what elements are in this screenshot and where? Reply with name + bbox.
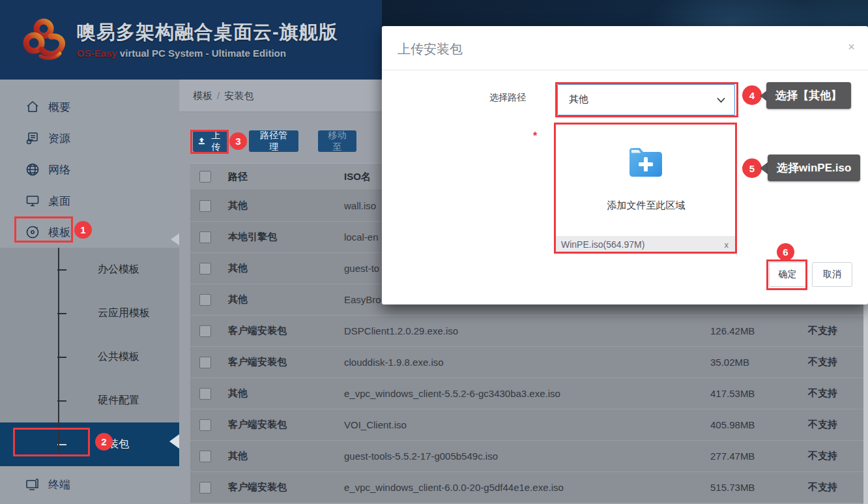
cell-iso-name: e_vpc_windows_client-5.5.2-6-gc3430ba3.e… <box>344 388 710 399</box>
sidebar-item-label: 模板 <box>48 225 70 240</box>
brand: 噢易多架构融合桌面云-旗舰版 OS-Easy virtual PC System… <box>22 17 338 61</box>
submenu-item-2[interactable]: 云应用模板 <box>0 291 179 335</box>
submenu-item-label: 硬件配置 <box>98 394 139 408</box>
sidebar: 概要资源网络桌面模板 办公模板云应用模板公共模板硬件配置安装包 终端 <box>0 80 179 504</box>
select-all-checkbox[interactable] <box>199 171 211 183</box>
row-checkbox[interactable] <box>199 482 211 494</box>
tooltip-file-text: 选择winPE.iso <box>768 155 860 181</box>
submenu-item-label: 办公模板 <box>98 263 139 276</box>
required-mark: * <box>533 130 537 142</box>
breadcrumb: 模板/安装包 <box>193 90 253 102</box>
sidebar-item-terminal[interactable]: 终端 <box>0 469 179 500</box>
submenu-item-label: 云应用模板 <box>98 306 150 320</box>
cell-path: 客户端安装包 <box>228 356 344 368</box>
close-icon[interactable]: × <box>848 40 855 53</box>
table-row: 客户端安装包DSPClient1.2.0.29.exe.iso126.42MB不… <box>190 316 864 347</box>
confirm-button[interactable]: 确定 <box>769 262 806 287</box>
path-select-label: 选择路径 <box>485 92 526 104</box>
cell-iso-name: clouddisk-1.9.8.exe.iso <box>344 357 710 368</box>
cell-size: 35.02MB <box>710 357 808 368</box>
cell-size: 515.73MB <box>710 482 808 493</box>
app-subtitle: OS-Easy virtual PC System - Ultimate Edi… <box>77 48 338 59</box>
add-folder-icon <box>628 145 664 177</box>
cell-path: 其他 <box>228 387 344 400</box>
brand-name: OS-Easy <box>77 48 117 59</box>
cell-support: 不支持 <box>808 356 864 368</box>
column-header-path: 路径 <box>228 171 344 183</box>
annotation-badge-6: 6 <box>777 243 794 261</box>
cell-iso-name: VOI_Client.iso <box>344 419 710 430</box>
cell-iso-name: e_vpc_windows_client-6.0.0-20-g5df44e1e.… <box>344 482 710 493</box>
path-select[interactable]: 其他 <box>557 84 735 115</box>
file-dropzone[interactable]: 添加文件至此区域 WinPE.iso(564.97M) x <box>556 125 736 253</box>
sidebar-item-globe[interactable]: 网络 <box>0 154 179 185</box>
sidebar-item-label: 终端 <box>48 477 70 492</box>
move-to-button[interactable]: 移动至 <box>318 130 356 152</box>
server-icon <box>25 130 40 146</box>
table-row: 其他guest-tools-5.5.2-17-g005b549c.iso277.… <box>190 441 864 472</box>
row-checkbox[interactable] <box>199 294 211 306</box>
table-row: 其他e_vpc_windows_client-5.5.2-6-gc3430ba3… <box>190 378 864 409</box>
row-checkbox[interactable] <box>199 419 211 431</box>
remove-file-icon[interactable]: x <box>725 240 729 250</box>
breadcrumb-separator: / <box>217 90 220 101</box>
sidebar-item-desktop[interactable]: 桌面 <box>0 185 179 216</box>
annotation-badge-2: 2 <box>95 433 113 451</box>
cell-path: 其他 <box>228 450 344 462</box>
breadcrumb-current: 安装包 <box>224 90 253 101</box>
row-checkbox[interactable] <box>199 451 211 462</box>
dialog-header: 上传安装包 × <box>382 26 868 70</box>
cell-iso-name: guest-tools-5.5.2-17-g005b549c.iso <box>344 451 710 462</box>
row-checkbox[interactable] <box>199 388 211 400</box>
cancel-button[interactable]: 取消 <box>812 262 852 287</box>
submenu-item-3[interactable]: 公共模板 <box>0 335 179 379</box>
cell-support: 不支持 <box>808 387 864 400</box>
tooltip-arrow-icon <box>760 162 768 174</box>
template-submenu-panel: 办公模板云应用模板公共模板硬件配置安装包 <box>0 248 179 466</box>
file-name: WinPE.iso(564.97M) <box>561 239 725 250</box>
dropzone-text: 添加文件至此区域 <box>556 200 736 212</box>
row-checkbox[interactable] <box>199 200 211 212</box>
cell-size: 126.42MB <box>710 325 808 336</box>
home-icon <box>25 99 40 115</box>
disc-icon <box>25 224 40 240</box>
app-logo-icon <box>22 17 70 61</box>
file-item: WinPE.iso(564.97M) x <box>556 236 736 253</box>
annotation-badge-3: 3 <box>229 132 247 150</box>
dialog-title: 上传安装包 <box>398 40 463 58</box>
path-manage-label: 路径管理 <box>257 130 291 153</box>
upload-button-label: 上传 <box>209 130 224 153</box>
submenu-item-1[interactable]: 办公模板 <box>0 248 179 291</box>
cell-path: 客户端安装包 <box>228 419 344 431</box>
app-title: 噢易多架构融合桌面云-旗舰版 <box>77 20 338 46</box>
active-submenu-arrow <box>169 434 179 449</box>
row-checkbox[interactable] <box>199 325 211 337</box>
table-row: 客户端安装包clouddisk-1.9.8.exe.iso35.02MB不支持 <box>190 347 864 378</box>
cell-path: 其他 <box>228 293 344 306</box>
terminal-icon <box>25 477 40 492</box>
toolbar: 上传 路径管理 移动至 <box>193 130 356 152</box>
upload-button[interactable]: 上传 <box>193 130 229 152</box>
row-checkbox[interactable] <box>199 263 211 274</box>
cell-path: 客户端安装包 <box>228 481 344 494</box>
path-select-value: 其他 <box>569 93 588 106</box>
breadcrumb-parent[interactable]: 模板 <box>193 90 212 101</box>
annotation-tooltip-file: 选择winPE.iso <box>760 155 860 181</box>
sidebar-item-server[interactable]: 资源 <box>0 123 179 154</box>
annotation-badge-5: 5 <box>742 158 762 178</box>
cell-support: 不支持 <box>808 325 864 337</box>
row-checkbox[interactable] <box>199 357 211 368</box>
submenu-item-4[interactable]: 硬件配置 <box>0 379 179 422</box>
submenu-item-5[interactable]: 安装包 <box>0 422 179 466</box>
cell-size: 417.53MB <box>710 388 808 399</box>
sidebar-item-home[interactable]: 概要 <box>0 91 179 123</box>
tree-line <box>58 248 59 451</box>
cell-support: 不支持 <box>808 419 864 431</box>
path-manage-button[interactable]: 路径管理 <box>249 130 298 152</box>
row-checkbox[interactable] <box>199 231 211 243</box>
cell-support: 不支持 <box>808 481 864 494</box>
cell-path: 其他 <box>228 262 344 274</box>
cell-support: 不支持 <box>808 450 864 462</box>
cell-iso-name: DSPClient1.2.0.29.exe.iso <box>344 325 710 336</box>
chevron-down-icon <box>717 97 725 103</box>
